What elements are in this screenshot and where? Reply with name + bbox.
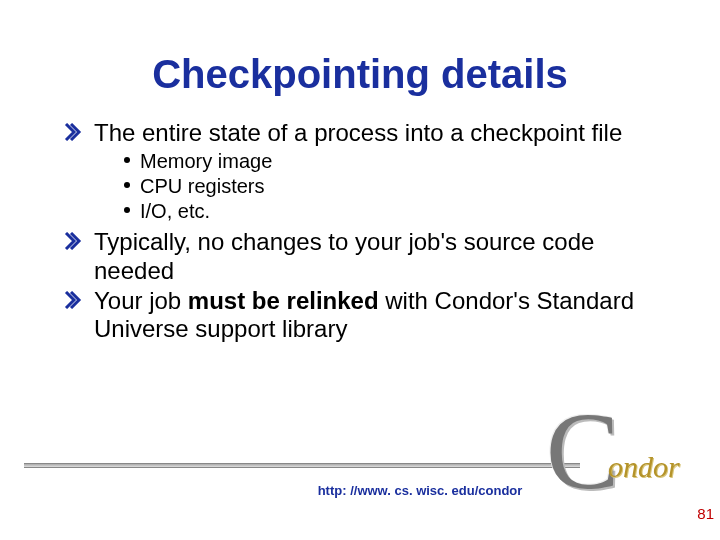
bullet-3-bold: must be relinked: [188, 287, 379, 314]
subbullet-2: CPU registers: [140, 174, 640, 199]
bullet-1-sublist: Memory image CPU registers I/O, etc.: [94, 149, 640, 224]
page-number: 81: [697, 505, 714, 522]
subbullet-2-text: CPU registers: [140, 175, 264, 197]
bullet-3-pre: Your job: [94, 287, 188, 314]
footer-divider: [24, 463, 580, 468]
bullet-2: Typically, no changes to your job's sour…: [94, 228, 640, 285]
slide: Checkpointing details The entire state o…: [0, 0, 720, 540]
bullet-1-text: The entire state of a process into a che…: [94, 119, 622, 146]
slide-title: Checkpointing details: [60, 52, 660, 97]
bullet-2-text: Typically, no changes to your job's sour…: [94, 228, 594, 283]
bullet-dot-icon: [124, 182, 130, 188]
subbullet-3: I/O, etc.: [140, 199, 640, 224]
subbullet-1-text: Memory image: [140, 150, 272, 172]
chevron-icon: [64, 123, 82, 141]
subbullet-3-text: I/O, etc.: [140, 200, 210, 222]
chevron-icon: [64, 291, 82, 309]
logo-rest: ondor: [608, 450, 680, 484]
bullet-3: Your job must be relinked with Condor's …: [94, 287, 640, 344]
slide-content: The entire state of a process into a che…: [60, 119, 660, 344]
condor-logo: C ondor: [546, 404, 706, 514]
bullet-1: The entire state of a process into a che…: [94, 119, 640, 147]
subbullet-1: Memory image: [140, 149, 640, 174]
bullet-dot-icon: [124, 157, 130, 163]
bullet-dot-icon: [124, 207, 130, 213]
chevron-icon: [64, 232, 82, 250]
